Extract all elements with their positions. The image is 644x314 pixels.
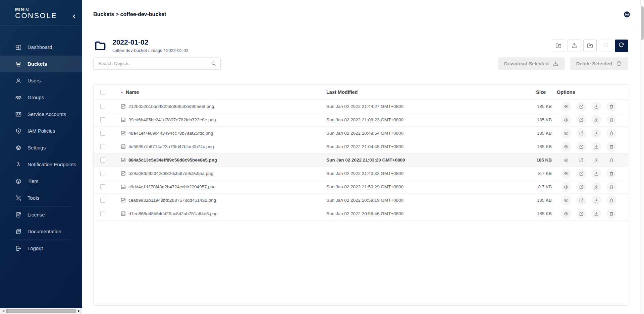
row-checkbox[interactable] [100, 131, 105, 136]
object-name-link[interactable]: b29a08fbf92342d882dcbdf7e9c9c9aa.png [114, 171, 326, 176]
action-button[interactable] [583, 40, 597, 52]
row-checkbox[interactable] [100, 171, 105, 176]
row-checkbox[interactable] [100, 158, 105, 163]
object-name-link[interactable]: 48e41ef7e69c443494cc78b7aaf25fdc.png [114, 130, 326, 136]
delete-button[interactable] [606, 209, 616, 219]
sidebar-item[interactable]: License [0, 206, 82, 223]
share-button[interactable] [576, 182, 586, 192]
share-button[interactable] [576, 142, 586, 152]
row-checkbox[interactable] [100, 117, 105, 122]
delete-button[interactable] [606, 128, 616, 138]
object-path-breadcrumb[interactable]: coffee-dev-bucket / image / 2022-01-02 [112, 48, 189, 53]
preview-button[interactable] [561, 182, 571, 192]
row-checkbox[interactable] [100, 198, 105, 203]
delete-button[interactable] [606, 142, 616, 152]
sidebar-item[interactable]: Documentation [0, 223, 82, 240]
preview-button[interactable] [561, 169, 571, 179]
row-checkbox[interactable] [100, 104, 105, 109]
breadcrumb[interactable]: Buckets > coffee-dev-bucket [93, 11, 166, 17]
share-button[interactable] [576, 169, 586, 179]
object-name-link[interactable]: ceab9832b11948bfb2887578dd451432.png [114, 197, 326, 203]
scroll-right-button[interactable] [77, 308, 82, 314]
download-button[interactable] [591, 155, 601, 165]
download-button[interactable] [591, 115, 601, 125]
sidebar-item[interactable]: Service Accounts [0, 106, 82, 123]
share-button[interactable] [576, 195, 586, 205]
action-button[interactable] [615, 40, 628, 52]
share-button[interactable] [576, 102, 586, 112]
sidebar-item[interactable]: Logout [0, 240, 82, 257]
object-name-link[interactable]: 39cd6b405bc241d7897e782fcb722e8e.png [114, 117, 326, 123]
preview-button[interactable] [561, 195, 571, 205]
preview-button[interactable] [561, 102, 571, 112]
download-icon [594, 198, 599, 203]
image-file-icon [120, 184, 126, 190]
download-icon [594, 131, 599, 136]
horizontal-scrollbar-thumb[interactable] [6, 309, 76, 313]
delete-button[interactable] [606, 169, 616, 179]
object-name-link[interactable]: c8dd4c1d270f43a2b4724ccbb2204957.png [114, 184, 326, 190]
preview-button[interactable] [561, 142, 571, 152]
download-button[interactable] [591, 209, 601, 219]
share-button[interactable] [576, 128, 586, 138]
sidebar-item[interactable]: Notification Endpoints [0, 156, 82, 173]
share-button[interactable] [576, 115, 586, 125]
download-button[interactable] [591, 169, 601, 179]
delete-button[interactable] [606, 182, 616, 192]
share-button[interactable] [576, 155, 586, 165]
last-modified-value: Sun Jan 02 2022 21:43:32 GMT+0800 [326, 171, 515, 176]
action-button[interactable] [552, 40, 565, 52]
sidebar-collapse-button[interactable] [70, 12, 78, 20]
iam-policies-icon [15, 128, 22, 134]
download-button[interactable] [591, 102, 601, 112]
preview-button[interactable] [561, 209, 571, 219]
row-checkbox[interactable] [100, 144, 105, 149]
object-name-link[interactable]: 212b052b1bad482fb8369533ebf0aeef.png [114, 104, 326, 109]
sidebar-item[interactable]: Users [0, 72, 82, 89]
sidebar-item[interactable]: Tools [0, 190, 82, 206]
sidebar-item[interactable]: Dashboard [0, 39, 82, 56]
preview-button[interactable] [561, 115, 571, 125]
documentation-icon [15, 228, 22, 235]
delete-button[interactable] [606, 195, 616, 205]
delete-button[interactable] [606, 155, 616, 165]
sidebar-item[interactable]: Settings [0, 139, 82, 156]
row-checkbox[interactable] [100, 211, 105, 216]
header-settings-button[interactable] [623, 10, 631, 19]
sidebar-item[interactable]: Buckets [0, 56, 82, 72]
table-row: c8dd4c1d270f43a2b4724ccbb2204957.png Sun… [94, 180, 628, 194]
horizontal-scrollbar[interactable] [0, 308, 82, 314]
object-name-link[interactable]: 4d58f8b1b6714a23a73fd47bfae0b74c.png [114, 144, 326, 149]
delete-button[interactable] [606, 115, 616, 125]
size-value: 185 KB [515, 117, 552, 122]
scroll-left-button[interactable] [0, 308, 5, 314]
object-name-link[interactable]: d1ed868d48b54dd29ac842ab751a64e8.png [114, 211, 326, 216]
column-header-name[interactable]: ▲ Name [114, 89, 326, 95]
sidebar-item[interactable]: Groups [0, 89, 82, 106]
column-header-options: Options [552, 89, 621, 95]
share-button[interactable] [576, 209, 586, 219]
eye-icon [564, 184, 569, 190]
download-button[interactable] [591, 128, 601, 138]
action-button[interactable] [568, 40, 581, 52]
select-all-checkbox[interactable] [100, 90, 105, 95]
vertical-scrollbar-thumb[interactable] [641, 6, 644, 40]
preview-button[interactable] [561, 155, 571, 165]
delete-button[interactable] [606, 102, 616, 112]
action-button[interactable] [599, 40, 612, 52]
download-selected-button[interactable]: Download Selected [498, 57, 565, 70]
download-button[interactable] [591, 182, 601, 192]
delete-selected-button[interactable]: Delete Selected [570, 57, 628, 70]
sidebar-item[interactable]: IAM Policies [0, 123, 82, 139]
size-value: 185 KB [515, 198, 552, 203]
preview-button[interactable] [561, 128, 571, 138]
sidebar-item[interactable]: Tiers [0, 173, 82, 190]
download-button[interactable] [591, 142, 601, 152]
object-name-link[interactable]: 884a5c13c5e34eff89c56d8c95bee8e5.png [114, 157, 326, 163]
row-checkbox[interactable] [100, 184, 105, 189]
scrollbar-up-button[interactable] [640, 0, 644, 5]
vertical-scrollbar[interactable] [640, 0, 644, 314]
search-input[interactable] [93, 57, 221, 70]
download-button[interactable] [591, 195, 601, 205]
trash-icon [609, 144, 614, 149]
